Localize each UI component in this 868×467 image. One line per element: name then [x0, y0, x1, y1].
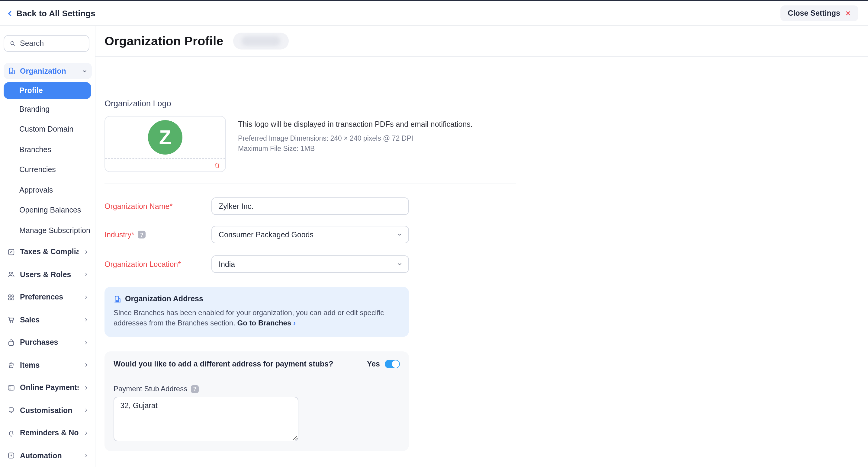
sidebar-item-opening-balances[interactable]: Opening Balances — [0, 200, 95, 220]
search-input[interactable] — [20, 39, 84, 48]
back-label: Back to All Settings — [16, 8, 95, 18]
organization-address-info-box: Organization Address Since Branches has … — [104, 287, 409, 337]
industry-select[interactable]: Consumer Packaged Goods — [211, 226, 409, 243]
chevron-right-icon — [83, 317, 89, 323]
app-window: Back to All Settings Close Settings Orga… — [0, 0, 868, 467]
sidebar-item-sales[interactable]: Sales — [0, 308, 95, 331]
organization-address-body: Since Branches has been enabled for your… — [114, 308, 393, 328]
delete-logo-button[interactable] — [214, 162, 220, 169]
bolt-icon — [7, 452, 15, 460]
back-to-all-settings-link[interactable]: Back to All Settings — [6, 8, 95, 18]
payment-stub-question: Would you like to add a different addres… — [114, 360, 367, 368]
sidebar-item-customisation[interactable]: Customisation — [0, 399, 95, 422]
sidebar-item-purchases[interactable]: Purchases — [0, 331, 95, 354]
close-settings-button[interactable]: Close Settings — [780, 5, 858, 21]
help-icon[interactable]: ? — [191, 385, 199, 393]
sidebar-item-approvals[interactable]: Approvals — [0, 180, 95, 200]
payment-stub-box: Would you like to add a different addres… — [104, 352, 409, 451]
chevron-right-icon — [83, 249, 89, 255]
organization-profile-panel: Organization Profile Organization Logo Z — [95, 26, 868, 467]
bell-icon — [7, 429, 15, 437]
sidebar-item-reminders-notifications[interactable]: Reminders & Notifica... — [0, 422, 95, 444]
chevron-down-icon — [396, 261, 403, 267]
logo-description: This logo will be displayed in transacti… — [238, 120, 473, 129]
organization-icon — [8, 67, 16, 75]
organization-logo-heading: Organization Logo — [104, 99, 868, 108]
percent-box-icon — [7, 248, 15, 256]
toggle-value-label: Yes — [367, 360, 380, 368]
payment-stub-address-textarea[interactable]: 32, Gujarat — [114, 397, 299, 441]
organization-location-select[interactable]: India — [211, 256, 409, 273]
payment-stub-toggle[interactable] — [385, 360, 400, 368]
payment-stub-address-label: Payment Stub Address ? — [114, 385, 400, 393]
organization-logo-card: Z — [104, 116, 226, 172]
sidebar-group-organization[interactable]: Organization — [4, 63, 92, 79]
sidebar-item-manage-subscription[interactable]: Manage Subscription — [0, 220, 95, 241]
search-icon — [9, 40, 16, 47]
chevron-down-icon — [396, 231, 403, 238]
organization-name-label: Organization Name* — [104, 202, 211, 210]
stub-divider — [114, 377, 400, 377]
back-chevron-icon — [6, 9, 14, 17]
logo-dimensions-hint: Preferred Image Dimensions: 240 × 240 pi… — [238, 135, 473, 142]
organization-name-input[interactable] — [211, 197, 409, 215]
loading-skeleton-pill — [233, 33, 289, 49]
sidebar-search[interactable] — [4, 35, 89, 52]
close-icon — [845, 10, 851, 16]
building-icon — [114, 295, 121, 303]
sidebar-group-label: Organization — [20, 67, 77, 75]
header-divider — [95, 56, 868, 57]
cart-icon — [7, 316, 15, 324]
chevron-right-icon — [83, 453, 89, 459]
sidebar-item-currencies[interactable]: Currencies — [0, 160, 95, 180]
industry-label: Industry* ? — [104, 230, 211, 239]
settings-topbar: Back to All Settings Close Settings — [0, 0, 868, 26]
sidebar-item-online-payments[interactable]: Online Payments — [0, 376, 95, 399]
users-icon — [7, 271, 15, 279]
sidebar-item-automation[interactable]: Automation — [0, 444, 95, 467]
go-to-branches-link[interactable]: Go to Branches — [238, 319, 291, 327]
logo-section-divider — [104, 184, 516, 184]
sidebar-item-taxes-compliance[interactable]: Taxes & Compliance — [0, 241, 95, 263]
sidebar-item-custom-domain[interactable]: Custom Domain — [0, 119, 95, 139]
sidebar-item-profile[interactable]: Profile — [4, 82, 91, 99]
chevron-right-icon — [83, 385, 89, 391]
help-icon[interactable]: ? — [138, 231, 146, 238]
organization-location-label: Organization Location* — [104, 260, 211, 268]
link-chevron-icon: › — [293, 319, 296, 327]
sidebar-item-branding[interactable]: Branding — [0, 99, 95, 119]
shopping-bag-icon — [7, 339, 15, 346]
logo-preview: Z — [105, 116, 225, 159]
chevron-right-icon — [83, 272, 89, 277]
close-settings-label: Close Settings — [788, 9, 840, 18]
organization-logo-image: Z — [148, 120, 182, 155]
basket-icon — [7, 361, 15, 369]
chevron-right-icon — [83, 295, 89, 300]
sidebar-item-preferences[interactable]: Preferences — [0, 286, 95, 308]
chevron-right-icon — [83, 431, 89, 436]
chevron-right-icon — [83, 408, 89, 413]
credit-card-icon — [7, 384, 15, 392]
chevron-down-icon — [82, 68, 88, 74]
grid-icon — [7, 293, 15, 301]
page-title: Organization Profile — [104, 34, 223, 48]
chevron-right-icon — [83, 363, 89, 368]
chevron-right-icon — [83, 340, 89, 345]
settings-sidebar: Organization Profile Branding Custom Dom… — [0, 26, 95, 467]
organization-address-title: Organization Address — [125, 295, 203, 303]
sidebar-item-items[interactable]: Items — [0, 354, 95, 376]
badge-icon — [7, 407, 15, 414]
logo-filesize-hint: Maximum File Size: 1MB — [238, 145, 473, 152]
sidebar-item-branches[interactable]: Branches — [0, 139, 95, 160]
sidebar-item-users-roles[interactable]: Users & Roles — [0, 263, 95, 286]
